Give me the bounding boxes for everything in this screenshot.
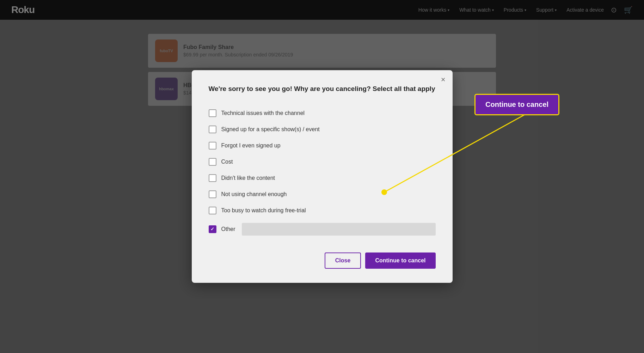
label-forgot-signed-up[interactable]: Forgot I even signed up — [221, 142, 281, 149]
modal-title: We're sorry to see you go! Why are you c… — [209, 84, 436, 94]
label-specific-show[interactable]: Signed up for a specific show(s) / event — [221, 126, 320, 133]
label-technical-issues[interactable]: Technical issues with the channel — [221, 110, 305, 116]
close-button[interactable]: Close — [325, 252, 361, 269]
cancellation-modal: × We're sorry to see you go! Why are you… — [192, 70, 453, 283]
label-content[interactable]: Didn't like the content — [221, 175, 275, 181]
label-too-busy[interactable]: Too busy to watch during free-trial — [221, 207, 306, 214]
checkbox-content[interactable] — [209, 174, 216, 182]
continue-to-cancel-button[interactable]: Continue to cancel — [365, 252, 435, 269]
option-not-using: Not using channel enough — [209, 186, 436, 202]
checkbox-not-using[interactable] — [209, 190, 216, 198]
option-content: Didn't like the content — [209, 170, 436, 186]
label-not-using[interactable]: Not using channel enough — [221, 191, 287, 197]
option-forgot-signed-up: Forgot I even signed up — [209, 138, 436, 154]
modal-close-x-button[interactable]: × — [441, 76, 446, 84]
checkbox-specific-show[interactable] — [209, 126, 216, 133]
other-text-input[interactable] — [242, 223, 436, 236]
label-other[interactable]: Other — [221, 226, 235, 232]
option-cost: Cost — [209, 154, 436, 170]
option-other: Other — [209, 219, 436, 240]
checkbox-cost[interactable] — [209, 158, 216, 166]
option-technical-issues: Technical issues with the channel — [209, 105, 436, 121]
checkbox-forgot-signed-up[interactable] — [209, 142, 216, 150]
modal-footer: Close Continue to cancel — [209, 252, 436, 269]
checkbox-technical-issues[interactable] — [209, 109, 216, 117]
cancellation-options: Technical issues with the channel Signed… — [209, 105, 436, 240]
option-specific-show: Signed up for a specific show(s) / event — [209, 121, 436, 138]
checkbox-too-busy[interactable] — [209, 207, 216, 214]
label-cost[interactable]: Cost — [221, 159, 233, 165]
checkbox-other[interactable] — [209, 225, 216, 233]
modal-overlay: × We're sorry to see you go! Why are you… — [0, 0, 644, 353]
option-too-busy: Too busy to watch during free-trial — [209, 202, 436, 219]
